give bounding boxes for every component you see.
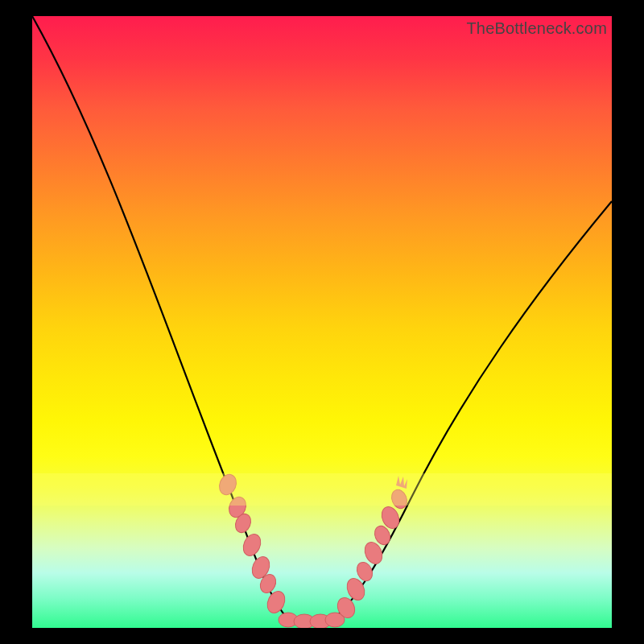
svg-point-16 <box>378 504 402 531</box>
svg-point-2 <box>233 511 254 535</box>
svg-point-3 <box>240 531 264 559</box>
svg-point-5 <box>258 572 279 595</box>
bottleneck-chart: TheBottleneck.com <box>32 16 612 628</box>
svg-point-13 <box>354 559 375 583</box>
svg-point-1 <box>226 494 249 520</box>
svg-point-9 <box>310 614 331 628</box>
svg-point-6 <box>264 588 288 616</box>
svg-point-12 <box>344 576 368 603</box>
svg-point-15 <box>372 523 393 547</box>
svg-point-17 <box>389 488 410 511</box>
watermark-text: TheBottleneck.com <box>466 19 607 38</box>
svg-point-8 <box>294 614 315 628</box>
svg-point-4 <box>249 554 273 581</box>
svg-point-7 <box>279 613 298 627</box>
marker-group-left <box>217 472 288 616</box>
bottleneck-curve-path <box>32 16 612 621</box>
marker-group-bottom <box>279 613 345 628</box>
svg-point-10 <box>325 613 345 627</box>
highlight-band <box>32 473 612 506</box>
marker-group-right <box>334 476 409 621</box>
bottleneck-curve-svg <box>32 16 612 628</box>
svg-point-14 <box>361 539 386 567</box>
svg-point-11 <box>334 595 357 621</box>
svg-point-0 <box>217 472 239 497</box>
